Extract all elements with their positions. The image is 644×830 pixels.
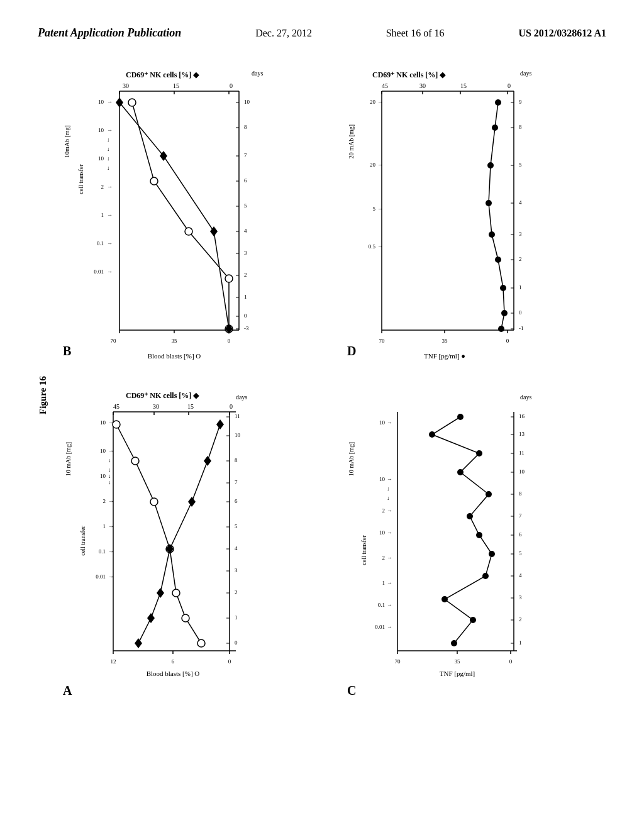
svg-text:0.01: 0.01 — [94, 268, 104, 275]
svg-text:0.01: 0.01 — [375, 624, 385, 630]
chart-B-title: CD69⁺ NK cells [%] ◆ — [126, 70, 199, 79]
svg-text:6: 6 — [519, 531, 522, 538]
chart-A-label: A — [63, 683, 72, 697]
svg-text:→: → — [107, 184, 113, 190]
svg-text:10 mAb [mg]: 10 mAb [mg] — [65, 442, 72, 476]
svg-text:0: 0 — [228, 658, 231, 665]
svg-text:→: → — [107, 99, 113, 105]
svg-text:4: 4 — [235, 545, 238, 551]
svg-point-186 — [131, 457, 139, 465]
svg-text:1: 1 — [244, 294, 247, 300]
svg-point-185 — [113, 421, 120, 428]
svg-text:→: → — [387, 555, 392, 561]
svg-text:11: 11 — [235, 413, 240, 419]
svg-point-263 — [441, 596, 448, 602]
svg-marker-198 — [135, 638, 142, 648]
svg-text:5: 5 — [519, 550, 522, 556]
svg-text:10: 10 — [379, 476, 386, 482]
svg-text:10: 10 — [379, 419, 386, 426]
svg-text:↓: ↓ — [107, 155, 110, 162]
svg-text:10: 10 — [98, 99, 104, 105]
svg-point-190 — [182, 614, 189, 622]
svg-text:20: 20 — [370, 99, 376, 105]
svg-text:10: 10 — [100, 419, 106, 426]
svg-text:45: 45 — [113, 403, 119, 410]
svg-text:days: days — [520, 70, 531, 77]
svg-marker-193 — [204, 456, 211, 466]
svg-text:→: → — [387, 419, 392, 426]
svg-text:→: → — [387, 624, 392, 630]
svg-text:0: 0 — [506, 338, 509, 344]
svg-point-189 — [172, 589, 180, 597]
publication-date: Dec. 27, 2012 — [255, 25, 312, 39]
svg-text:TNF [pg/ml] ●: TNF [pg/ml] ● — [424, 352, 465, 360]
svg-text:cell transfer: cell transfer — [79, 526, 86, 556]
svg-text:↓: ↓ — [108, 479, 111, 485]
svg-text:12: 12 — [111, 658, 116, 665]
svg-text:10: 10 — [100, 448, 106, 454]
svg-text:0: 0 — [509, 658, 513, 665]
svg-text:10: 10 — [98, 155, 104, 162]
svg-text:→: → — [107, 212, 113, 218]
svg-text:6: 6 — [172, 658, 175, 665]
svg-text:6: 6 — [244, 177, 247, 184]
svg-point-262 — [482, 573, 489, 579]
svg-text:15: 15 — [187, 403, 194, 410]
svg-text:→: → — [387, 602, 392, 608]
chart-A: CD69⁺ NK cells [%] ◆ A 45 30 15 0 10 mAb… — [50, 387, 335, 695]
svg-text:30: 30 — [419, 82, 426, 89]
svg-text:10: 10 — [244, 99, 250, 105]
chart-D: CD69⁺ NK cells [%] ◆ D 45 30 15 0 20 mAb… — [335, 66, 619, 374]
sheet-info: Sheet 16 of 16 — [386, 25, 445, 39]
svg-point-254 — [457, 414, 464, 420]
svg-text:→: → — [387, 529, 392, 536]
svg-text:15: 15 — [460, 82, 467, 89]
svg-point-116 — [501, 310, 508, 316]
svg-text:70: 70 — [379, 338, 386, 344]
svg-text:→: → — [387, 580, 392, 586]
svg-point-260 — [476, 532, 482, 538]
svg-text:8: 8 — [235, 457, 238, 463]
svg-point-115 — [498, 326, 504, 332]
svg-text:20 mAb [mg]: 20 mAb [mg] — [348, 124, 355, 158]
svg-text:45: 45 — [382, 82, 388, 89]
svg-text:11: 11 — [519, 450, 525, 456]
svg-text:days: days — [252, 70, 263, 77]
svg-text:3: 3 — [235, 567, 238, 573]
page-header: Patent Application Publication Dec. 27, … — [0, 0, 644, 47]
svg-text:1: 1 — [519, 284, 522, 290]
svg-text:↓: ↓ — [107, 165, 110, 171]
svg-text:1: 1 — [235, 614, 238, 621]
svg-text:→: → — [387, 476, 392, 482]
svg-text:cell transfer: cell transfer — [360, 535, 367, 565]
chart-B-filled-line — [119, 102, 229, 329]
page: Patent Application Publication Dec. 27, … — [0, 0, 644, 830]
svg-point-257 — [457, 469, 464, 475]
svg-text:0: 0 — [228, 338, 231, 344]
svg-text:1: 1 — [103, 523, 106, 529]
svg-text:days: days — [520, 394, 531, 401]
svg-point-265 — [451, 640, 457, 646]
svg-text:TNF [pg/ml]: TNF [pg/ml] — [440, 670, 475, 677]
chart-D-svg: CD69⁺ NK cells [%] ◆ D 45 30 15 0 20 mAb… — [335, 66, 605, 374]
chart-D-title: CD69⁺ NK cells [%] ◆ — [372, 70, 446, 79]
svg-text:30: 30 — [123, 82, 129, 89]
svg-text:10: 10 — [100, 473, 106, 479]
svg-text:2: 2 — [235, 589, 238, 595]
svg-text:9: 9 — [519, 99, 522, 105]
svg-text:Blood blasts [%] O: Blood blasts [%] O — [148, 352, 201, 360]
svg-point-256 — [476, 450, 482, 456]
chart-A-title: CD69⁺ NK cells [%] ◆ — [126, 391, 199, 400]
svg-text:6: 6 — [235, 498, 238, 504]
svg-point-123 — [495, 99, 501, 106]
svg-text:8: 8 — [519, 490, 522, 497]
svg-text:10 mAb [mg]: 10 mAb [mg] — [348, 442, 355, 476]
svg-text:10mAb [mg]: 10mAb [mg] — [64, 125, 70, 158]
svg-text:↓: ↓ — [387, 495, 390, 501]
svg-text:Blood blasts [%] O: Blood blasts [%] O — [147, 670, 200, 677]
svg-text:2: 2 — [101, 184, 104, 190]
svg-point-255 — [429, 431, 435, 438]
svg-text:8: 8 — [519, 124, 522, 130]
svg-text:10: 10 — [519, 468, 525, 475]
svg-text:↓: ↓ — [107, 136, 110, 143]
